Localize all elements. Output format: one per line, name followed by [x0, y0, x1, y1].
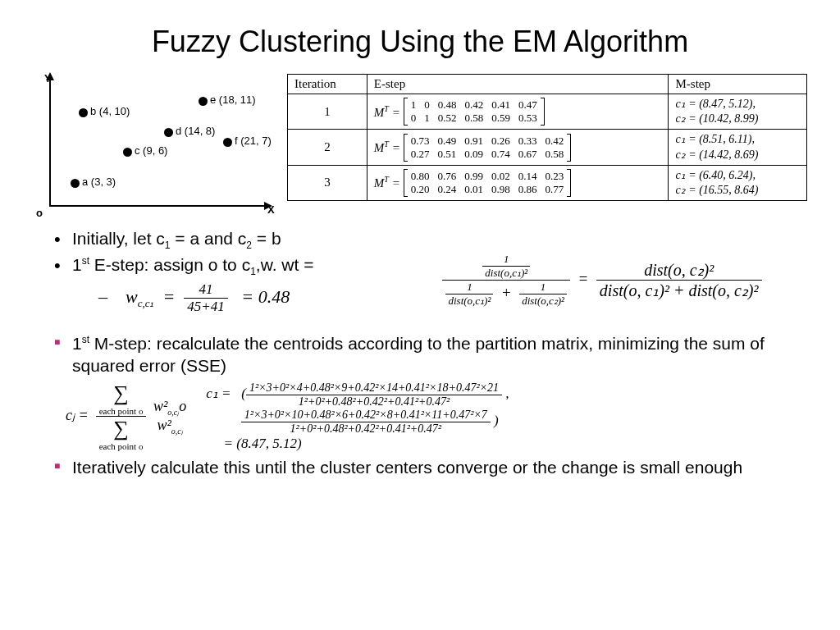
eq-cj-formula: cⱼ = ∑ each point o ∑ each point o w²o,c…: [66, 381, 189, 451]
point-e-label: e (18, 11): [210, 94, 256, 106]
header-row: Iteration E-step M-step: [288, 75, 807, 94]
mt-label: MT =: [374, 104, 400, 120]
iteration-table: Iteration E-step M-step 1MT =100.480.420…: [287, 74, 807, 201]
col-iteration: Iteration: [288, 75, 368, 94]
mt-label: MT =: [374, 175, 400, 190]
mstep-cell: c₁ = (6.40, 6.24),c₂ = (16.55, 8.64): [669, 165, 807, 200]
point-f-label: f (21, 7): [235, 135, 272, 147]
estep-cell: MT =0.800.760.990.020.140.230.200.240.01…: [367, 165, 669, 200]
y-axis-label: Y: [44, 72, 52, 84]
point-c-label: c (9, 6): [135, 144, 167, 157]
table-row: 1MT =100.480.420.410.47010.520.580.590.5…: [288, 94, 807, 130]
point-c: [123, 148, 132, 157]
mstep-cell: c₁ = (8.47, 5.12),c₂ = (10.42, 8.99): [669, 94, 807, 130]
mt-label: MT =: [374, 139, 400, 155]
slide-title: Fuzzy Clustering Using the EM Algorithm: [33, 25, 807, 59]
point-a: [71, 179, 80, 188]
iter-cell: 1: [288, 94, 368, 130]
x-axis-label: X: [267, 203, 275, 216]
bullet-mstep: 1st M-step: recalculate the centroids ac…: [72, 333, 807, 377]
point-e: [199, 97, 208, 106]
mstep-cell: c₁ = (8.51, 6.11),c₂ = (14.42, 8.69): [669, 130, 807, 165]
iter-cell: 2: [288, 130, 368, 165]
point-b: [79, 108, 88, 117]
bullet-iterate: Iteratively calculate this until the clu…: [72, 457, 807, 478]
point-d: [164, 128, 173, 137]
eq-c1-calculation: c₁ = (1²×3+0²×4+0.48²×9+0.42²×14+0.41²×1…: [206, 381, 509, 452]
origin-label: o: [36, 207, 43, 219]
point-f: [223, 138, 232, 147]
point-b-label: b (4, 10): [90, 105, 130, 117]
estep-cell: MT =0.730.490.910.260.330.420.270.510.09…: [367, 130, 669, 165]
x-axis: [49, 205, 271, 207]
bullet-initial: Initially, let c1 = a and c2 = b: [72, 228, 807, 252]
y-axis: [49, 74, 51, 205]
eq-weight-definition: 1dist(o,c₁)² 1dist(o,c₁)² + 1dist(o,c₂)²…: [397, 253, 807, 308]
estep-cell: MT =100.480.420.410.47010.520.580.590.53: [367, 94, 669, 130]
point-a-label: a (3, 3): [82, 176, 116, 188]
col-mstep: M-step: [669, 75, 807, 94]
iter-cell: 3: [288, 165, 368, 200]
scatter-plot: Y X o a (3, 3) b (4, 10) c (9, 6) d (14,…: [33, 74, 279, 221]
table-row: 2MT =0.730.490.910.260.330.420.270.510.0…: [288, 130, 807, 165]
point-d-label: d (14, 8): [176, 125, 215, 137]
table-row: 3MT =0.800.760.990.020.140.230.200.240.0…: [288, 165, 807, 200]
col-estep: E-step: [367, 75, 669, 94]
